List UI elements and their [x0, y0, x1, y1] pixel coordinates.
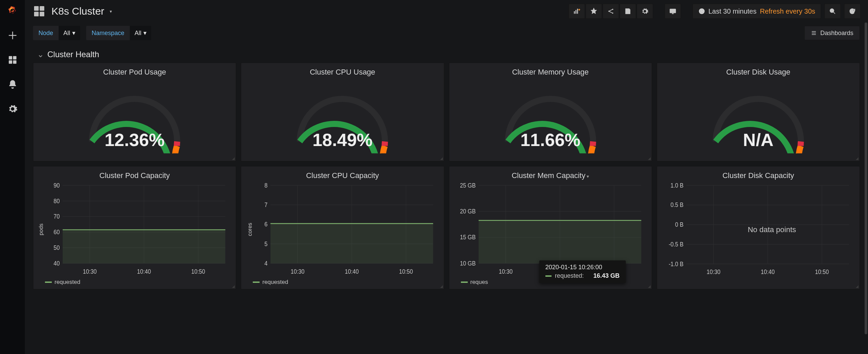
dashboards-icon[interactable] [5, 52, 20, 67]
bell-icon[interactable] [5, 77, 20, 92]
chevron-down-icon: ▾ [143, 29, 146, 37]
grafana-logo[interactable] [5, 3, 20, 18]
chart-body: 1.0 B0.5 B0 B-0.5 B-1.0 B10:3010:4010:50… [657, 182, 859, 277]
svg-rect-14 [670, 9, 676, 13]
time-range-picker[interactable]: Last 30 minutes Refresh every 30s [693, 4, 821, 19]
star-button[interactable] [586, 4, 602, 19]
svg-text:50: 50 [53, 244, 60, 251]
panel-title: Cluster Memory Usage [449, 63, 652, 79]
resize-handle[interactable] [648, 157, 651, 160]
svg-rect-5 [40, 6, 45, 11]
scrollbar[interactable] [865, 22, 867, 354]
resize-handle[interactable] [856, 157, 858, 160]
row-title: Cluster Health [47, 50, 99, 59]
refresh-interval-label: Refresh every 30s [760, 7, 815, 15]
svg-text:10:30: 10:30 [499, 268, 513, 275]
gear-icon[interactable] [5, 101, 20, 116]
resize-handle[interactable] [440, 285, 443, 288]
svg-rect-0 [9, 56, 12, 60]
svg-text:10 GB: 10 GB [460, 260, 476, 267]
svg-rect-10 [577, 9, 578, 14]
svg-rect-9 [575, 10, 576, 14]
svg-rect-39 [63, 230, 225, 263]
legend-swatch [461, 281, 468, 283]
resize-handle[interactable] [232, 285, 235, 288]
legend[interactable]: requested [241, 277, 444, 289]
svg-text:10:30: 10:30 [291, 268, 305, 275]
no-data-label: No data points [657, 182, 859, 277]
refresh-button[interactable] [844, 4, 861, 19]
chart-body: cores8765410:3010:4010:50 [241, 182, 444, 277]
dashboard-title[interactable]: K8s Cluster [51, 5, 104, 17]
chart-panel[interactable]: Cluster CPU Capacitycores8765410:3010:40… [241, 166, 444, 289]
gauge-panel[interactable]: Cluster Memory Usage 11.66% [449, 63, 652, 161]
resize-handle[interactable] [232, 157, 235, 160]
panel-title[interactable]: Cluster Pod Capacity [33, 166, 236, 182]
chart-panel[interactable]: Cluster Pod Capacitypods90807060504010:3… [33, 166, 236, 289]
tooltip-value: 16.43 GB [593, 272, 620, 279]
legend-swatch [45, 281, 52, 283]
svg-text:60: 60 [53, 228, 60, 236]
resize-handle[interactable] [648, 285, 651, 288]
panel-title[interactable]: Cluster Mem Capacity [449, 166, 652, 182]
gauge: 11.66% [449, 79, 652, 161]
share-button[interactable] [603, 4, 619, 19]
tooltip-timestamp: 2020-01-15 10:26:00 [545, 264, 620, 271]
add-panel-button[interactable] [569, 4, 585, 19]
svg-text:8: 8 [264, 183, 267, 189]
panel-title[interactable]: Cluster CPU Capacity [241, 166, 444, 182]
chevron-down-icon: ⌄ [37, 50, 44, 59]
row-header[interactable]: ⌄ Cluster Health [25, 40, 868, 63]
svg-text:25 GB: 25 GB [460, 183, 476, 189]
save-button[interactable] [620, 4, 636, 19]
legend-swatch [253, 281, 260, 283]
gauge-value: 12.36% [33, 130, 236, 150]
dashboard-grid-icon[interactable] [33, 5, 45, 17]
gauge-panel[interactable]: Cluster CPU Usage 18.49% [241, 63, 444, 161]
chart-panel[interactable]: Cluster Disk Capacity1.0 B0.5 B0 B-0.5 B… [657, 166, 860, 289]
svg-text:10:30: 10:30 [83, 268, 97, 275]
dashboards-link[interactable]: Dashboards [804, 26, 860, 40]
chart-tooltip: 2020-01-15 10:26:00 requested: 16.43 GB [539, 260, 626, 283]
svg-text:70: 70 [53, 213, 60, 220]
variable-value-dropdown[interactable]: All▾ [130, 26, 151, 40]
variable-label: Namespace [86, 26, 130, 40]
svg-rect-6 [34, 12, 39, 17]
gauge-panel[interactable]: Cluster Disk Usage N/A [657, 63, 860, 161]
variable-value-dropdown[interactable]: All▾ [59, 26, 80, 40]
svg-rect-73 [478, 221, 641, 263]
svg-text:10:40: 10:40 [137, 268, 151, 275]
gauge-value: 18.49% [241, 130, 444, 150]
cycle-view-button[interactable] [665, 4, 681, 19]
variable-namespace: Namespace All▾ [86, 26, 151, 40]
chevron-down-icon[interactable]: ▾ [110, 9, 112, 14]
plus-icon[interactable] [5, 28, 20, 43]
zoom-out-button[interactable] [824, 4, 841, 19]
svg-text:10:50: 10:50 [399, 268, 413, 275]
y-axis-label: cores [247, 223, 253, 236]
legend-label: requested [262, 279, 288, 286]
svg-text:40: 40 [53, 260, 60, 267]
settings-button[interactable] [637, 4, 653, 19]
resize-handle[interactable] [856, 285, 858, 288]
svg-text:6: 6 [264, 221, 267, 228]
svg-text:80: 80 [53, 197, 60, 204]
svg-rect-8 [574, 11, 575, 14]
panel-title: Cluster Pod Usage [33, 63, 236, 79]
chevron-down-icon: ▾ [72, 29, 75, 37]
y-axis-label: pods [38, 224, 44, 236]
time-range-label: Last 30 minutes [709, 7, 757, 15]
gauge: 12.36% [33, 79, 236, 161]
gauge-panel[interactable]: Cluster Pod Usage 12.36% [33, 63, 236, 161]
svg-rect-4 [34, 6, 39, 11]
svg-rect-1 [13, 56, 16, 60]
svg-rect-3 [13, 60, 16, 64]
resize-handle[interactable] [440, 157, 443, 160]
panel-title: Cluster CPU Usage [241, 63, 444, 79]
gauge-value: N/A [657, 130, 859, 150]
svg-text:90: 90 [53, 183, 60, 189]
legend[interactable]: requested [33, 277, 236, 289]
panel-title[interactable]: Cluster Disk Capacity [657, 166, 859, 182]
chart-panel[interactable]: Cluster Mem Capacity25 GB20 GB15 GB10 GB… [449, 166, 652, 289]
svg-rect-57 [270, 224, 433, 263]
